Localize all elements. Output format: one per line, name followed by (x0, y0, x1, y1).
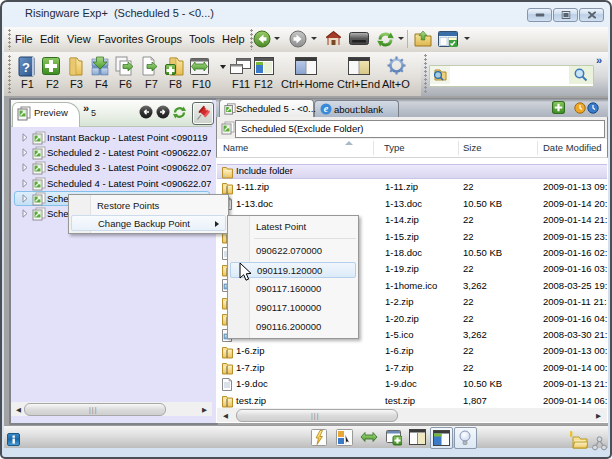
svg-text:?: ? (22, 60, 30, 75)
svg-text:e: e (324, 103, 329, 114)
